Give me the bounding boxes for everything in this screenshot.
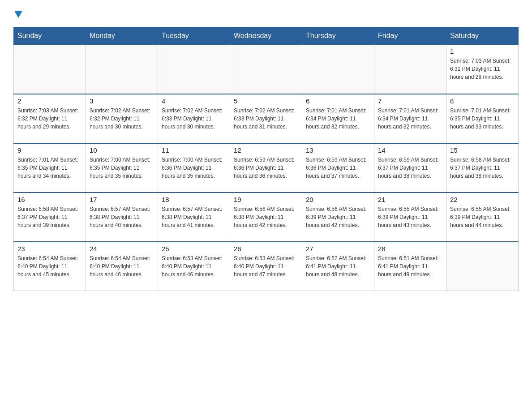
calendar-header-row: SundayMondayTuesdayWednesdayThursdayFrid… [14,27,519,45]
day-info: Sunrise: 6:53 AM Sunset: 6:40 PM Dayligh… [162,254,226,278]
day-number: 4 [162,97,226,105]
day-info: Sunrise: 7:01 AM Sunset: 6:34 PM Dayligh… [306,107,370,131]
calendar-cell [446,242,519,291]
day-info: Sunrise: 7:01 AM Sunset: 6:34 PM Dayligh… [378,107,442,131]
day-number: 14 [378,146,442,154]
day-info: Sunrise: 6:57 AM Sunset: 6:38 PM Dayligh… [162,205,226,229]
logo [13,9,22,18]
day-number: 2 [17,97,82,105]
calendar-cell [158,45,230,94]
calendar-cell: 14Sunrise: 6:59 AM Sunset: 6:37 PM Dayli… [374,143,446,193]
day-info: Sunrise: 6:59 AM Sunset: 6:37 PM Dayligh… [378,156,442,180]
calendar-cell: 19Sunrise: 6:56 AM Sunset: 6:38 PM Dayli… [230,193,302,242]
day-number: 16 [17,196,82,203]
day-info: Sunrise: 7:02 AM Sunset: 6:32 PM Dayligh… [90,107,154,131]
day-number: 17 [90,196,154,203]
day-info: Sunrise: 6:59 AM Sunset: 6:36 PM Dayligh… [234,156,298,180]
day-info: Sunrise: 6:55 AM Sunset: 6:39 PM Dayligh… [450,205,515,229]
calendar-cell: 1Sunrise: 7:03 AM Sunset: 6:31 PM Daylig… [446,45,519,94]
day-number: 6 [306,97,370,105]
day-info: Sunrise: 6:53 AM Sunset: 6:40 PM Dayligh… [234,254,298,278]
day-number: 21 [378,196,442,203]
day-number: 10 [90,146,154,154]
calendar-cell: 16Sunrise: 6:58 AM Sunset: 6:37 PM Dayli… [14,193,86,242]
calendar-week-row: 16Sunrise: 6:58 AM Sunset: 6:37 PM Dayli… [14,193,519,242]
calendar-cell: 22Sunrise: 6:55 AM Sunset: 6:39 PM Dayli… [446,193,519,242]
svg-marker-0 [14,11,22,18]
calendar-cell: 15Sunrise: 6:58 AM Sunset: 6:37 PM Dayli… [446,143,519,193]
calendar-cell: 25Sunrise: 6:53 AM Sunset: 6:40 PM Dayli… [158,242,230,291]
day-number: 7 [378,97,442,105]
day-number: 13 [306,146,370,154]
calendar-cell: 24Sunrise: 6:54 AM Sunset: 6:40 PM Dayli… [86,242,158,291]
calendar-cell: 28Sunrise: 6:51 AM Sunset: 6:41 PM Dayli… [374,242,446,291]
calendar-cell: 6Sunrise: 7:01 AM Sunset: 6:34 PM Daylig… [302,94,374,143]
day-info: Sunrise: 6:59 AM Sunset: 6:36 PM Dayligh… [306,156,370,180]
day-number: 23 [17,245,82,253]
col-header-monday: Monday [86,27,158,45]
day-info: Sunrise: 6:58 AM Sunset: 6:37 PM Dayligh… [17,205,82,229]
day-info: Sunrise: 6:52 AM Sunset: 6:41 PM Dayligh… [306,254,370,278]
day-number: 28 [378,245,442,253]
calendar-cell: 7Sunrise: 7:01 AM Sunset: 6:34 PM Daylig… [374,94,446,143]
day-info: Sunrise: 6:58 AM Sunset: 6:37 PM Dayligh… [450,156,515,180]
day-number: 11 [162,146,226,154]
calendar-week-row: 9Sunrise: 7:01 AM Sunset: 6:35 PM Daylig… [14,143,519,193]
day-info: Sunrise: 7:00 AM Sunset: 6:35 PM Dayligh… [90,156,154,180]
calendar-week-row: 23Sunrise: 6:54 AM Sunset: 6:40 PM Dayli… [14,242,519,291]
day-number: 8 [450,97,515,105]
day-info: Sunrise: 7:03 AM Sunset: 6:31 PM Dayligh… [450,57,515,81]
calendar-table: SundayMondayTuesdayWednesdayThursdayFrid… [13,27,519,291]
calendar-cell: 20Sunrise: 6:56 AM Sunset: 6:39 PM Dayli… [302,193,374,242]
day-number: 5 [234,97,298,105]
logo-general-text [13,9,22,20]
day-number: 27 [306,245,370,253]
col-header-tuesday: Tuesday [158,27,230,45]
col-header-wednesday: Wednesday [230,27,302,45]
col-header-sunday: Sunday [14,27,86,45]
day-info: Sunrise: 7:03 AM Sunset: 6:32 PM Dayligh… [17,107,82,131]
calendar-week-row: 2Sunrise: 7:03 AM Sunset: 6:32 PM Daylig… [14,94,519,143]
day-number: 1 [450,47,515,55]
calendar-cell [14,45,86,94]
calendar-cell: 26Sunrise: 6:53 AM Sunset: 6:40 PM Dayli… [230,242,302,291]
calendar-cell [302,45,374,94]
calendar-week-row: 1Sunrise: 7:03 AM Sunset: 6:31 PM Daylig… [14,45,519,94]
calendar-cell: 8Sunrise: 7:01 AM Sunset: 6:35 PM Daylig… [446,94,519,143]
day-info: Sunrise: 6:55 AM Sunset: 6:39 PM Dayligh… [378,205,442,229]
day-number: 25 [162,245,226,253]
calendar-cell: 18Sunrise: 6:57 AM Sunset: 6:38 PM Dayli… [158,193,230,242]
calendar-cell: 11Sunrise: 7:00 AM Sunset: 6:36 PM Dayli… [158,143,230,193]
day-number: 18 [162,196,226,203]
day-info: Sunrise: 6:51 AM Sunset: 6:41 PM Dayligh… [378,254,442,278]
calendar-cell: 9Sunrise: 7:01 AM Sunset: 6:35 PM Daylig… [14,143,86,193]
day-info: Sunrise: 6:57 AM Sunset: 6:38 PM Dayligh… [90,205,154,229]
logo-triangle-icon [14,11,22,18]
col-header-friday: Friday [374,27,446,45]
col-header-thursday: Thursday [302,27,374,45]
calendar-cell: 27Sunrise: 6:52 AM Sunset: 6:41 PM Dayli… [302,242,374,291]
page-header [13,9,519,18]
day-number: 20 [306,196,370,203]
calendar-cell: 2Sunrise: 7:03 AM Sunset: 6:32 PM Daylig… [14,94,86,143]
calendar-cell: 21Sunrise: 6:55 AM Sunset: 6:39 PM Dayli… [374,193,446,242]
calendar-cell [230,45,302,94]
calendar-cell [86,45,158,94]
day-info: Sunrise: 7:01 AM Sunset: 6:35 PM Dayligh… [17,156,82,180]
day-info: Sunrise: 7:02 AM Sunset: 6:33 PM Dayligh… [234,107,298,131]
calendar-cell: 12Sunrise: 6:59 AM Sunset: 6:36 PM Dayli… [230,143,302,193]
day-number: 19 [234,196,298,203]
day-info: Sunrise: 7:02 AM Sunset: 6:33 PM Dayligh… [162,107,226,131]
logo-text-block [13,9,22,18]
calendar-cell: 10Sunrise: 7:00 AM Sunset: 6:35 PM Dayli… [86,143,158,193]
day-number: 22 [450,196,515,203]
calendar-cell: 13Sunrise: 6:59 AM Sunset: 6:36 PM Dayli… [302,143,374,193]
col-header-saturday: Saturday [446,27,519,45]
day-number: 26 [234,245,298,253]
calendar-cell [374,45,446,94]
calendar-cell: 17Sunrise: 6:57 AM Sunset: 6:38 PM Dayli… [86,193,158,242]
day-info: Sunrise: 7:01 AM Sunset: 6:35 PM Dayligh… [450,107,515,131]
day-number: 15 [450,146,515,154]
day-info: Sunrise: 6:56 AM Sunset: 6:39 PM Dayligh… [306,205,370,229]
day-number: 3 [90,97,154,105]
